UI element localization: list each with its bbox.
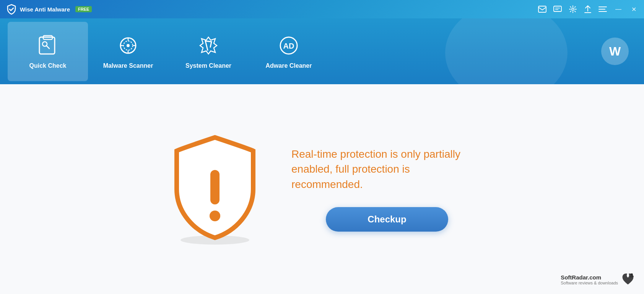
free-badge: FREE (75, 6, 92, 12)
nav-item-malware-scanner[interactable]: Malware Scanner (88, 22, 168, 81)
svg-point-26 (630, 276, 632, 278)
softradar-subtitle: Software reviews & downloads (561, 281, 618, 285)
svg-text:AD: AD (283, 42, 294, 50)
close-button[interactable]: ✕ (630, 6, 638, 13)
adware-cleaner-label: Adware Cleaner (266, 62, 312, 69)
menu-icon[interactable] (598, 6, 607, 12)
svg-rect-0 (538, 6, 546, 12)
title-bar: Wise Anti Malware FREE (0, 0, 644, 18)
titlebar-actions: — ✕ (538, 0, 638, 18)
main-content: Real-time protection is only partially e… (0, 84, 644, 294)
shield-warning-icon (161, 134, 268, 245)
svg-point-4 (572, 8, 574, 10)
malware-scanner-icon (116, 33, 140, 58)
svg-rect-1 (554, 6, 561, 11)
settings-icon[interactable] (569, 5, 577, 13)
svg-point-24 (210, 211, 220, 221)
adware-cleaner-icon: AD (276, 33, 301, 58)
message-area: Real-time protection is only partially e… (291, 147, 483, 232)
nav-item-adware-cleaner[interactable]: AD Adware Cleaner (249, 22, 329, 81)
nav-item-system-cleaner[interactable]: System Cleaner (168, 22, 249, 81)
softradar-icon (621, 271, 635, 288)
avatar[interactable]: W (601, 38, 629, 65)
content-center: Real-time protection is only partially e… (161, 134, 483, 245)
svg-rect-23 (210, 170, 220, 204)
app-title: Wise Anti Malware (20, 6, 70, 13)
checkup-button[interactable]: Checkup (326, 207, 448, 232)
softradar-name: SoftRadar.com (561, 274, 618, 281)
system-cleaner-label: System Cleaner (185, 62, 231, 69)
warning-message: Real-time protection is only partially e… (291, 147, 483, 192)
email-icon[interactable] (538, 6, 546, 13)
system-cleaner-icon (196, 33, 221, 58)
upgrade-icon[interactable] (584, 5, 592, 13)
nav-item-quick-check[interactable]: Quick Check (8, 22, 88, 81)
chat-icon[interactable] (553, 6, 562, 13)
nav-bar: Quick Check Malware Scanner (0, 18, 644, 84)
svg-point-27 (632, 276, 634, 277)
quick-check-label: Quick Check (29, 62, 67, 69)
app-shield-icon (6, 4, 17, 15)
malware-scanner-label: Malware Scanner (103, 62, 153, 69)
avatar-letter: W (609, 44, 621, 59)
softradar-text: SoftRadar.com Software reviews & downloa… (561, 274, 618, 285)
svg-point-25 (631, 273, 633, 276)
quick-check-icon (36, 33, 60, 58)
svg-point-14 (127, 44, 130, 47)
minimize-button[interactable]: — (614, 6, 623, 13)
softradar-watermark: SoftRadar.com Software reviews & downloa… (561, 271, 635, 288)
svg-line-12 (46, 46, 49, 49)
app-logo: Wise Anti Malware FREE (6, 4, 92, 15)
